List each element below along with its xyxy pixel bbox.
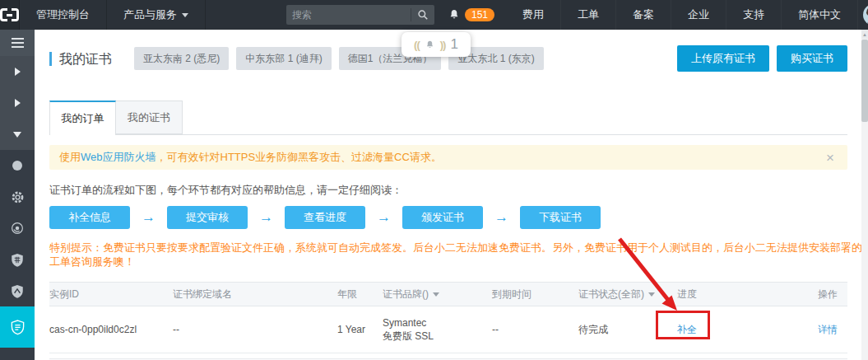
shield-chevron-icon — [10, 283, 25, 299]
step-complete-info[interactable]: 补全信息 — [49, 206, 130, 229]
orders-table: 实例ID 证书绑定域名 年限 证书品牌() 到期时间 证书状态(全部) 进度 操… — [49, 282, 847, 360]
upload-certificate-button[interactable]: 上传原有证书 — [677, 45, 769, 72]
arrow-right-icon: → — [494, 209, 508, 226]
cell-status: 待完成 — [578, 323, 677, 337]
sidebar-item-shield-grid[interactable] — [0, 244, 35, 275]
products-menu-label: 产品与服务 — [123, 8, 177, 21]
notice-suffix: ，可有效针对HTTPS业务防御黑客攻击、过滤海量CC请求。 — [156, 150, 442, 165]
col-domain: 证书绑定域名 — [173, 288, 337, 302]
cell-domain: -- — [173, 324, 337, 335]
triangle-right-icon — [15, 99, 21, 107]
col-instance-id: 实例ID — [49, 288, 173, 302]
search-divider — [411, 8, 411, 21]
sidebar-item-settings[interactable] — [0, 181, 35, 213]
nav-item-billing[interactable]: 费用 — [506, 0, 561, 30]
cell-brand: Symantec 免费版 SSL — [383, 316, 492, 343]
alibaba-cloud-logo[interactable] — [0, 0, 20, 30]
nav-item-enterprise[interactable]: 企业 — [671, 0, 726, 30]
col-expiry: 到期时间 — [492, 288, 578, 302]
cell-years: 1 Year — [337, 324, 383, 335]
sidebar-item-certificates[interactable] — [0, 306, 35, 348]
step-view-progress[interactable]: 查看进度 — [285, 206, 365, 229]
arrow-right-icon: → — [259, 209, 273, 226]
cell-action: 详情 — [813, 323, 847, 337]
products-menu[interactable]: 产品与服务 — [107, 0, 206, 30]
cell-progress: 补全 — [677, 323, 813, 337]
eye-circle-icon — [10, 221, 25, 236]
triangle-right-icon — [15, 68, 21, 76]
process-steps: 补全信息 → 提交审核 → 查看进度 → 颁发证书 → 下载证书 — [49, 206, 847, 229]
page-title: 我的证书 — [49, 52, 112, 66]
sidebar-item-monitor[interactable] — [0, 213, 35, 244]
table-header-row: 实例ID 证书绑定域名 年限 证书品牌() 到期时间 证书状态(全部) 进度 操… — [49, 282, 847, 306]
region-tab-dubai[interactable]: 中东东部 1 (迪拜) — [236, 47, 331, 70]
sidebar-item-expand-1[interactable] — [0, 56, 35, 87]
main-content: 我的证书 亚太东南 2 (悉尼) 中东东部 1 (迪拜) 德国1（法兰克福） 亚… — [35, 30, 861, 360]
special-tip-text: 特别提示：免费证书只要按要求配置验证文件正确，系统就可自动完成签发。后台小二无法… — [49, 241, 864, 269]
search-input[interactable] — [292, 9, 407, 21]
sidebar-top-group — [0, 30, 35, 150]
cell-instance-id: cas-cn-0pp0ild0c2zl — [49, 324, 173, 335]
arrow-right-icon: → — [377, 209, 391, 226]
close-icon[interactable]: × — [823, 151, 838, 165]
shield-grid-icon — [10, 252, 25, 268]
bell-icon — [448, 8, 461, 21]
console-home-link[interactable]: 管理控制台 — [20, 0, 107, 30]
chevron-down-icon — [182, 13, 188, 17]
scroll-up-arrow[interactable]: ▲ — [861, 30, 868, 39]
dot-icon — [12, 161, 22, 171]
tab-my-certs[interactable]: 我的证书 — [116, 101, 183, 134]
col-years: 年限 — [337, 288, 383, 302]
popup-decor-left: (( — [414, 39, 420, 51]
sidebar — [0, 30, 35, 360]
region-tabs: 亚太东南 2 (悉尼) 中东东部 1 (迪拜) 德国1（法兰克福） 亚太东北 1… — [134, 47, 544, 70]
brackets-logo-icon — [0, 8, 19, 21]
nav-item-icp-filing[interactable]: 备案 — [616, 0, 671, 30]
sidebar-toggle[interactable] — [0, 30, 35, 56]
table-row: cas-cn-0pp0ild0c2zl -- 1 Year Symantec 免… — [49, 306, 847, 353]
col-progress: 进度 — [677, 288, 813, 302]
nav-item-tickets[interactable]: 工单 — [561, 0, 616, 30]
scrollbar[interactable]: ▲ — [861, 30, 868, 360]
shield-certificate-icon — [10, 319, 26, 335]
sidebar-item-shield-security[interactable] — [0, 275, 35, 306]
user-avatar[interactable] — [863, 4, 868, 26]
gear-icon — [10, 189, 26, 205]
notification-bell[interactable]: 151 — [448, 8, 494, 21]
chevron-down-icon — [433, 292, 439, 297]
waf-link[interactable]: Web应用防火墙 — [81, 150, 156, 165]
process-intro-text: 证书订单的流程如下图，每个环节都有对应的帮助信息，请一定仔细阅读： — [49, 183, 847, 198]
buy-certificate-button[interactable]: 购买证书 — [777, 45, 847, 72]
search-icon[interactable] — [417, 9, 429, 21]
tab-my-orders[interactable]: 我的订单 — [49, 101, 116, 135]
chevron-down-icon — [648, 292, 655, 297]
region-tab-sydney[interactable]: 亚太东南 2 (悉尼) — [134, 47, 229, 70]
content-tabs: 我的订单 我的证书 — [49, 101, 847, 135]
notification-badge: 151 — [465, 8, 494, 21]
console-screen: 管理控制台 产品与服务 151 费用 工单 备案 企业 支持 简体中文 — [0, 0, 868, 360]
sidebar-item-dot[interactable] — [0, 150, 35, 181]
complete-link[interactable]: 补全 — [677, 324, 697, 335]
hamburger-icon — [12, 38, 24, 40]
col-brand-filter[interactable]: 证书品牌() — [383, 288, 492, 302]
step-download-cert[interactable]: 下载证书 — [520, 206, 601, 229]
notification-popup: (( )) 1 — [402, 32, 471, 57]
nav-item-language[interactable]: 简体中文 — [782, 0, 858, 30]
step-issue-cert[interactable]: 颁发证书 — [402, 206, 483, 229]
col-status-filter[interactable]: 证书状态(全部) — [578, 288, 677, 302]
sidebar-item-expand-2[interactable] — [0, 87, 35, 119]
waf-notice-banner: 使用Web应用防火墙，可有效针对HTTPS业务防御黑客攻击、过滤海量CC请求。 … — [49, 145, 847, 170]
nav-item-support[interactable]: 支持 — [726, 0, 782, 30]
topbar: 管理控制台 产品与服务 151 费用 工单 备案 企业 支持 简体中文 — [0, 0, 868, 30]
popup-decor-right: )) — [440, 39, 446, 51]
scrollbar-thumb[interactable] — [861, 40, 868, 122]
arrow-right-icon: → — [142, 209, 155, 226]
col-action: 操作 — [813, 288, 847, 302]
sidebar-item-collapse[interactable] — [0, 119, 35, 150]
popup-count: 1 — [450, 36, 457, 53]
cell-expiry: -- — [492, 324, 578, 335]
search-box — [286, 5, 434, 25]
details-link[interactable]: 详情 — [818, 324, 838, 335]
triangle-down-icon — [13, 132, 21, 138]
step-submit-review[interactable]: 提交审核 — [167, 206, 248, 229]
